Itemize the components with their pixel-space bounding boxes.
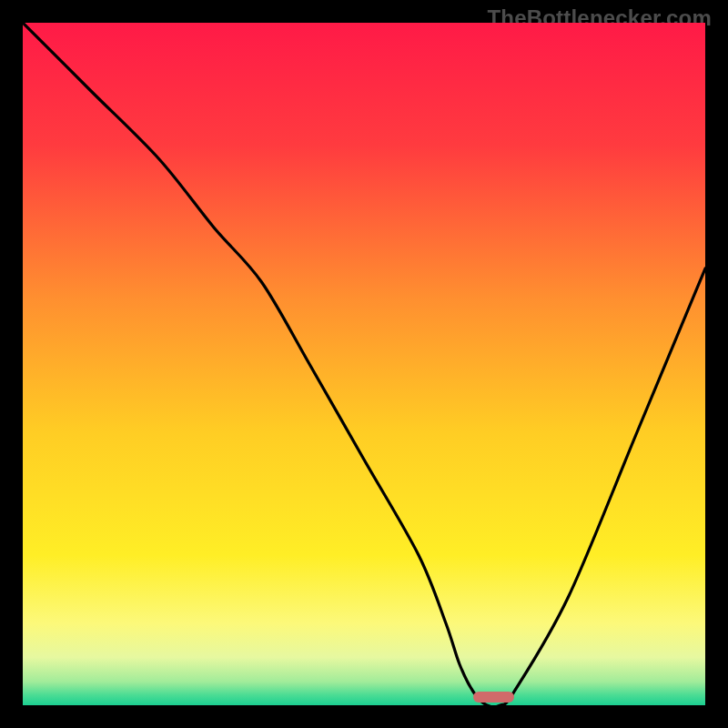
plot-svg [23,23,705,705]
chart-frame: TheBottlenecker.com [0,0,728,728]
plot-area [23,23,705,705]
optimum-marker [473,692,514,703]
